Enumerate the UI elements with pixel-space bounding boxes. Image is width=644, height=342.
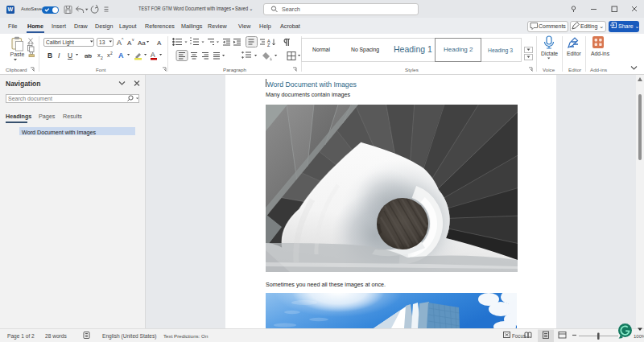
svg-text:2: 2	[101, 56, 103, 60]
svg-text:A: A	[157, 39, 162, 47]
svg-text:U: U	[68, 52, 72, 60]
svg-text:A: A	[151, 51, 155, 59]
svg-text:A: A	[118, 52, 124, 60]
svg-text:ab: ab	[85, 52, 92, 60]
svg-text:I: I	[58, 52, 60, 60]
svg-text:B: B	[47, 52, 52, 60]
svg-text:2: 2	[110, 51, 113, 56]
svg-text:v: v	[132, 37, 134, 42]
svg-text:Aa: Aa	[138, 39, 146, 47]
svg-text:^: ^	[122, 37, 124, 42]
